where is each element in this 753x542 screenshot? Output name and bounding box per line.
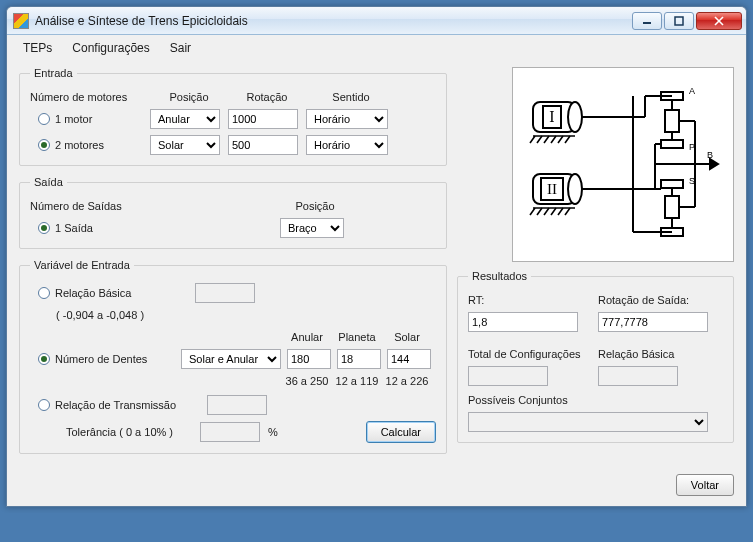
radio-1saida-label: 1 Saída [55,222,93,234]
svg-line-26 [558,208,563,215]
res-rel-basica-output [598,366,678,386]
svg-line-13 [551,136,556,143]
svg-line-22 [530,208,535,215]
svg-marker-39 [710,159,718,169]
num-dentes-label: Número de Dentes [55,353,181,365]
svg-text:B: B [707,150,713,160]
sentido1-select[interactable]: Horário [306,109,388,129]
entrada-group: Entrada Número de motores Posição Rotaçã… [19,67,447,166]
range-solar: 12 a 226 [382,375,432,387]
rot-saida-output[interactable] [598,312,708,332]
radio-rel-basica[interactable] [38,287,50,299]
menu-sair[interactable]: Sair [170,41,191,55]
saida-group: Saída Número de Saídas Posição 1 Saída B… [19,176,447,249]
entrada-legend: Entrada [30,67,77,79]
svg-point-17 [568,174,582,204]
rel-basica-label: Relação Básica [55,287,195,299]
maximize-button[interactable] [664,12,694,30]
diagram: I II [512,67,734,262]
posicao2-select[interactable]: Solar [150,135,220,155]
saida-hdr-posicao: Posição [280,200,350,212]
possiveis-label: Possíveis Conjuntos [468,394,568,406]
svg-line-10 [530,136,535,143]
svg-rect-35 [665,196,679,218]
hdr-sentido: Sentido [306,91,396,103]
tol-input [200,422,260,442]
anular-input[interactable] [287,349,331,369]
app-icon [13,13,29,29]
menubar: TEPs Configurações Sair [7,35,746,61]
pct-label: % [268,426,278,438]
posicao1-select[interactable]: Anular [150,109,220,129]
radio-1motor[interactable] [38,113,50,125]
svg-line-24 [544,208,549,215]
hdr-anular: Anular [282,331,332,343]
radio-2motores[interactable] [38,139,50,151]
svg-rect-34 [665,110,679,132]
radio-2motores-label: 2 motores [55,139,104,151]
resultados-group: Resultados RT: Rotação de Saída: Total d… [457,270,734,443]
svg-line-12 [544,136,549,143]
tol-label: Tolerância ( 0 a 10% ) [66,426,200,438]
svg-line-11 [537,136,542,143]
rel-trans-label: Relação de Transmissão [55,399,207,411]
svg-rect-1 [675,17,683,25]
num-saidas-label: Número de Saídas [30,200,280,212]
menu-teps[interactable]: TEPs [23,41,52,55]
minimize-button[interactable] [632,12,662,30]
rel-trans-input [207,395,267,415]
svg-text:P: P [689,142,695,152]
hdr-solar: Solar [382,331,432,343]
radio-rel-trans[interactable] [38,399,50,411]
app-window: Análise e Síntese de Trens Epicicloidais… [6,6,747,507]
menu-config[interactable]: Configurações [72,41,149,55]
num-motores-label: Número de motores [30,91,150,103]
radio-num-dentes[interactable] [38,353,50,365]
saida-posicao-select[interactable]: Braço [280,218,344,238]
svg-rect-36 [661,140,683,148]
rel-basica-input [195,283,255,303]
svg-line-23 [537,208,542,215]
radio-1saida[interactable] [38,222,50,234]
total-config-label: Total de Configurações [468,348,598,360]
window-title: Análise e Síntese de Trens Epicicloidais [35,14,632,28]
voltar-button[interactable]: Voltar [676,474,734,496]
rotacao1-input[interactable] [228,109,298,129]
calcular-button[interactable]: Calcular [366,421,436,443]
var-legend: Variável de Entrada [30,259,134,271]
resultados-legend: Resultados [468,270,531,282]
possiveis-select[interactable] [468,412,708,432]
rt-label: RT: [468,294,598,306]
solar-input[interactable] [387,349,431,369]
close-button[interactable] [696,12,742,30]
saida-legend: Saída [30,176,67,188]
svg-line-15 [565,136,570,143]
svg-text:S: S [689,176,695,186]
rt-output[interactable] [468,312,578,332]
svg-text:II: II [547,181,557,197]
sentido2-select[interactable]: Horário [306,135,388,155]
svg-line-27 [565,208,570,215]
titlebar[interactable]: Análise e Síntese de Trens Epicicloidais [7,7,746,35]
planeta-input[interactable] [337,349,381,369]
hdr-rotacao: Rotação [228,91,306,103]
dentes-mode-select[interactable]: Solar e Anular [181,349,281,369]
svg-text:I: I [549,108,554,125]
rel-basica-range: ( -0,904 a -0,048 ) [56,309,144,321]
var-group: Variável de Entrada Relação Básica ( -0,… [19,259,447,454]
range-planeta: 12 a 119 [332,375,382,387]
range-anular: 36 a 250 [282,375,332,387]
svg-rect-37 [661,180,683,188]
svg-text:A: A [689,86,695,96]
svg-line-14 [558,136,563,143]
hdr-planeta: Planeta [332,331,382,343]
rotacao2-input[interactable] [228,135,298,155]
svg-point-5 [568,102,582,132]
svg-line-25 [551,208,556,215]
radio-1motor-label: 1 motor [55,113,92,125]
res-rel-basica-label: Relação Básica [598,348,674,360]
rot-saida-label: Rotação de Saída: [598,294,689,306]
hdr-posicao: Posição [150,91,228,103]
total-config-output [468,366,548,386]
